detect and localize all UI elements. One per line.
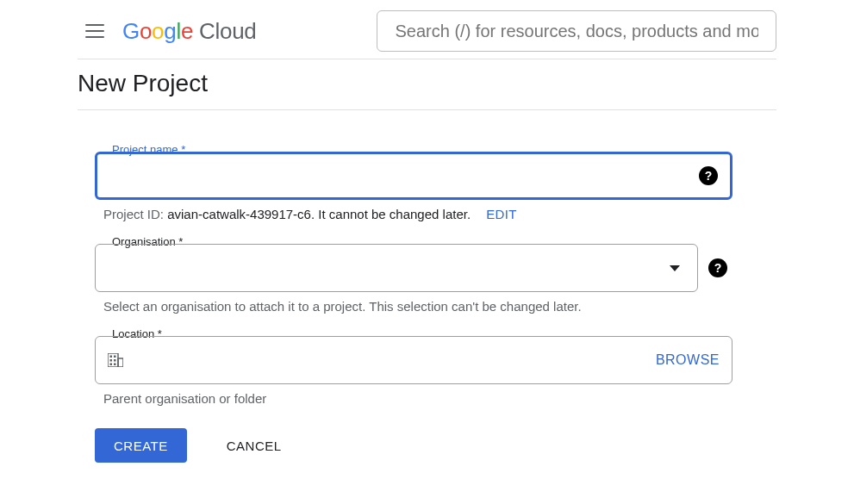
svg-rect-6 <box>114 364 116 366</box>
svg-rect-0 <box>108 353 118 367</box>
browse-button[interactable]: BROWSE <box>656 352 720 368</box>
organisation-select[interactable] <box>95 244 698 292</box>
form-actions: CREATE CANCEL <box>95 428 854 463</box>
svg-rect-3 <box>110 359 113 362</box>
organisation-icon <box>108 353 123 367</box>
project-id-hint: Project ID: avian-catwalk-439917-c6. It … <box>103 207 732 221</box>
svg-rect-2 <box>114 356 116 358</box>
svg-rect-1 <box>110 356 113 358</box>
search-input[interactable] <box>377 10 776 52</box>
google-cloud-logo: Google Cloud <box>122 18 256 45</box>
title-bar: New Project <box>78 70 776 110</box>
edit-project-id-link[interactable]: EDIT <box>486 207 516 221</box>
project-id-note: . It cannot be changed later. <box>311 207 471 221</box>
organisation-hint: Select an organisation to attach it to a… <box>103 299 732 314</box>
cancel-button[interactable]: CANCEL <box>221 438 287 454</box>
create-button[interactable]: CREATE <box>95 428 187 463</box>
svg-rect-5 <box>110 364 113 366</box>
location-hint: Parent organisation or folder <box>103 391 732 406</box>
project-name-input[interactable] <box>109 154 695 197</box>
page-title: New Project <box>78 70 776 97</box>
project-name-box[interactable]: ? <box>95 152 732 200</box>
search-wrap <box>377 10 776 52</box>
organisation-input[interactable] <box>108 245 670 291</box>
project-id-value: avian-catwalk-439917-c6 <box>167 207 311 221</box>
project-name-field: Project name * ? <box>95 152 732 200</box>
organisation-field: Organisation * ? <box>95 244 698 292</box>
svg-rect-4 <box>114 359 116 362</box>
app-header: Google Cloud <box>78 0 776 59</box>
svg-rect-7 <box>118 358 123 367</box>
menu-icon[interactable] <box>78 24 112 38</box>
location-input[interactable] <box>132 337 656 383</box>
help-icon[interactable]: ? <box>699 166 718 185</box>
project-id-prefix: Project ID: <box>103 207 167 221</box>
location-field: Location * BROWSE <box>95 336 732 384</box>
new-project-form: Project name * ? Project ID: avian-catwa… <box>95 152 732 406</box>
help-icon[interactable]: ? <box>708 258 727 277</box>
location-box[interactable]: BROWSE <box>95 336 732 384</box>
chevron-down-icon <box>670 265 680 271</box>
